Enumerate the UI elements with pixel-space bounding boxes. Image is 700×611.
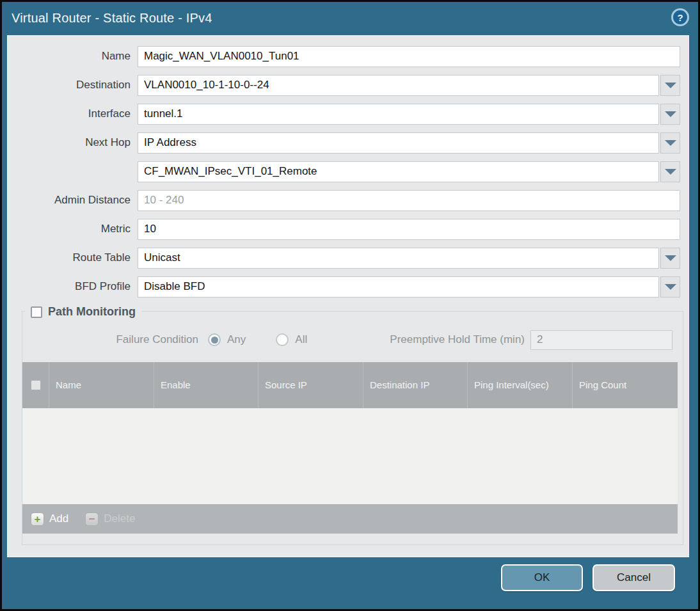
next-hop-label: Next Hop xyxy=(8,136,138,149)
failure-condition-row: Failure Condition Any All Preemptive Hol… xyxy=(22,331,683,349)
radio-selected-icon xyxy=(208,333,221,346)
failure-condition-all-label: All xyxy=(295,333,307,346)
path-monitoring-checkbox[interactable] xyxy=(31,306,42,318)
column-header-source-ip[interactable]: Source IP xyxy=(259,362,363,408)
admin-distance-label: Admin Distance xyxy=(8,194,138,207)
metric-input[interactable] xyxy=(138,219,680,240)
chevron-down-icon xyxy=(665,111,676,117)
next-hop-dropdown-button[interactable] xyxy=(660,132,680,154)
next-hop-address-input[interactable] xyxy=(138,161,659,182)
path-monitoring-legend: Path Monitoring xyxy=(25,305,141,319)
chevron-down-icon xyxy=(665,140,676,146)
destination-dropdown-button[interactable] xyxy=(660,75,680,96)
path-monitoring-section: Path Monitoring Failure Condition Any Al… xyxy=(22,311,683,545)
chevron-down-icon xyxy=(665,255,676,261)
route-table-input[interactable] xyxy=(138,248,659,269)
route-table-dropdown-button[interactable] xyxy=(660,248,680,269)
select-all-checkbox[interactable] xyxy=(31,380,41,390)
add-button[interactable]: + Add xyxy=(31,512,68,526)
preemptive-hold-time-input[interactable] xyxy=(530,330,672,350)
dialog-body: Name Destination Interface xyxy=(7,35,689,557)
column-header-destination-ip[interactable]: Destination IP xyxy=(363,362,468,408)
route-table-label: Route Table xyxy=(8,251,138,264)
plus-icon: + xyxy=(31,512,44,526)
row-route-table: Route Table xyxy=(8,247,680,269)
add-button-label: Add xyxy=(49,512,68,525)
chevron-down-icon xyxy=(665,83,676,88)
destination-label: Destination xyxy=(8,79,138,91)
row-admin-distance: Admin Distance xyxy=(8,189,680,211)
column-header-name[interactable]: Name xyxy=(49,362,154,408)
preemptive-hold-time-label: Preemptive Hold Time (min) xyxy=(307,333,530,346)
failure-condition-label: Failure Condition xyxy=(22,333,198,346)
row-next-hop-address xyxy=(8,161,680,182)
bfd-profile-label: BFD Profile xyxy=(8,280,138,293)
row-metric: Metric xyxy=(8,218,680,240)
ok-button[interactable]: OK xyxy=(501,564,583,591)
table-header-row: Name Enable Source IP Destination IP Pin… xyxy=(22,362,678,408)
row-bfd-profile: BFD Profile xyxy=(8,276,680,298)
interface-dropdown-button[interactable] xyxy=(660,104,680,125)
next-hop-address-dropdown-button[interactable] xyxy=(660,161,680,182)
row-destination: Destination xyxy=(8,74,680,96)
table-toolbar: + Add − Delete xyxy=(22,504,678,534)
destination-input[interactable] xyxy=(138,75,659,96)
path-monitoring-table: Name Enable Source IP Destination IP Pin… xyxy=(22,362,678,534)
row-name: Name xyxy=(8,45,680,67)
name-label: Name xyxy=(8,50,138,63)
admin-distance-input[interactable] xyxy=(138,190,680,211)
interface-input[interactable] xyxy=(138,104,659,125)
bfd-profile-dropdown-button[interactable] xyxy=(660,276,680,298)
path-monitoring-title: Path Monitoring xyxy=(48,305,136,319)
row-interface: Interface xyxy=(8,103,680,125)
bfd-profile-input[interactable] xyxy=(138,276,659,298)
failure-condition-all-option[interactable]: All xyxy=(276,333,307,346)
delete-button-label: Delete xyxy=(104,512,135,525)
metric-label: Metric xyxy=(8,223,138,235)
name-input[interactable] xyxy=(138,46,680,67)
column-header-ping-interval[interactable]: Ping Interval(sec) xyxy=(468,362,573,408)
radio-unselected-icon xyxy=(276,333,289,346)
table-body-empty[interactable] xyxy=(22,408,678,504)
failure-condition-any-label: Any xyxy=(227,333,246,346)
help-icon[interactable]: ? xyxy=(671,8,689,26)
chevron-down-icon xyxy=(665,284,676,290)
dialog-virtual-router-static-route: Virtual Router - Static Route - IPv4 ? N… xyxy=(0,0,700,611)
select-all-checkbox-cell xyxy=(22,362,49,408)
chevron-down-icon xyxy=(665,169,676,175)
cancel-button[interactable]: Cancel xyxy=(593,564,675,591)
minus-icon: − xyxy=(85,512,99,526)
row-next-hop: Next Hop xyxy=(8,132,680,154)
column-header-enable[interactable]: Enable xyxy=(154,362,259,408)
delete-button[interactable]: − Delete xyxy=(85,512,135,526)
interface-label: Interface xyxy=(8,107,138,120)
column-header-ping-count[interactable]: Ping Count xyxy=(573,362,678,408)
titlebar: Virtual Router - Static Route - IPv4 ? xyxy=(2,2,698,34)
failure-condition-any-option[interactable]: Any xyxy=(208,333,246,346)
next-hop-type-input[interactable] xyxy=(138,132,659,154)
dialog-title: Virtual Router - Static Route - IPv4 xyxy=(2,11,212,26)
